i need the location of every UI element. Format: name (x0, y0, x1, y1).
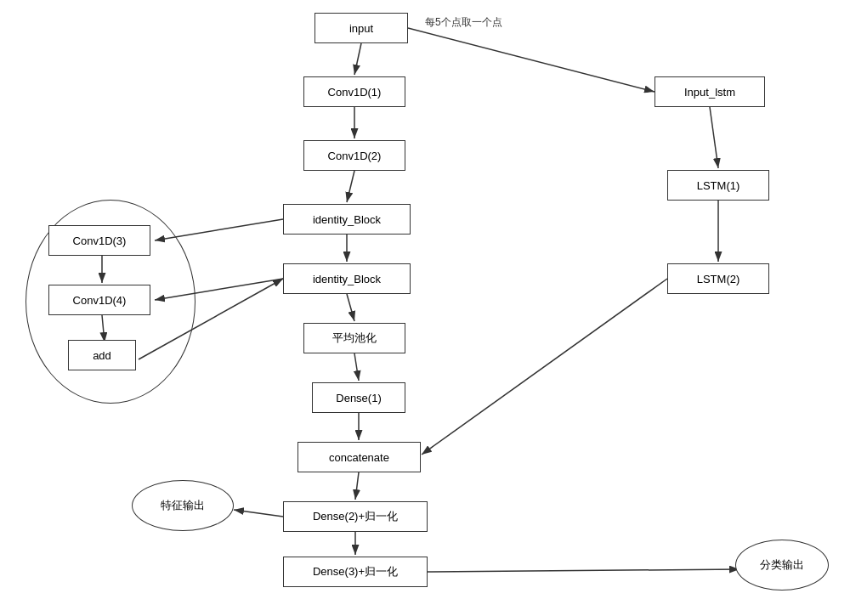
svg-line-13 (422, 279, 667, 455)
avg-pool-node: 平均池化 (303, 323, 405, 353)
svg-line-19 (428, 569, 740, 572)
feature-output-node: 特征输出 (132, 480, 234, 531)
concatenate-node: concatenate (298, 442, 421, 472)
input-lstm-node: Input_lstm (654, 76, 765, 107)
svg-line-12 (408, 28, 654, 92)
svg-line-5 (347, 294, 354, 321)
conv1d3-node: Conv1D(3) (48, 225, 150, 256)
svg-line-3 (347, 171, 354, 202)
svg-line-6 (354, 353, 359, 381)
add-node: add (68, 340, 136, 370)
svg-line-18 (234, 510, 283, 517)
conv1d4-node: Conv1D(4) (48, 285, 150, 315)
svg-line-10 (710, 107, 718, 168)
class-output-node: 分类输出 (735, 540, 829, 591)
identity-block2-node: identity_Block (283, 263, 411, 294)
input-node: input (314, 13, 408, 43)
dense1-node: Dense(1) (312, 382, 405, 413)
dense2-node: Dense(2)+归一化 (283, 501, 428, 532)
conv1d2-node: Conv1D(2) (303, 140, 405, 171)
diagram: input Conv1D(1) Conv1D(2) identity_Block… (0, 0, 850, 616)
lstm1-node: LSTM(1) (667, 170, 769, 201)
dense3-node: Dense(3)+归一化 (283, 557, 428, 587)
sample-annotation: 每5个点取一个点 (425, 15, 502, 30)
identity-block1-node: identity_Block (283, 204, 411, 235)
conv1d1-node: Conv1D(1) (303, 76, 405, 107)
svg-line-1 (354, 43, 361, 75)
svg-line-8 (355, 472, 359, 500)
lstm2-node: LSTM(2) (667, 263, 769, 294)
